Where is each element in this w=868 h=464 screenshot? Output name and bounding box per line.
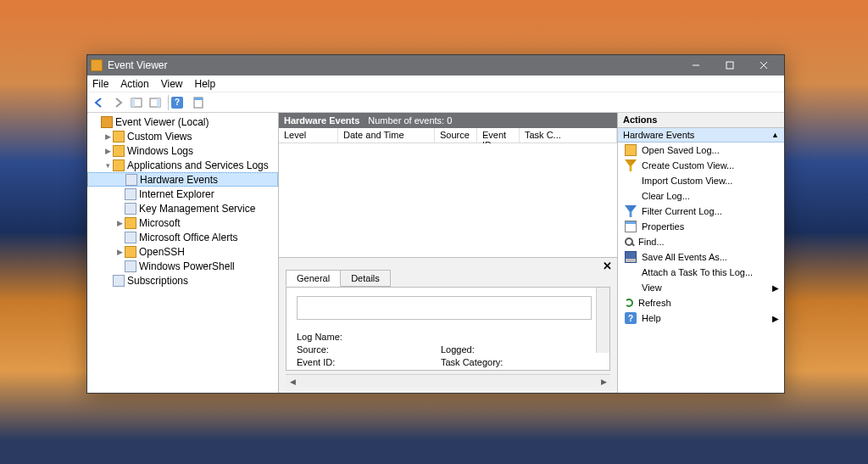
detail-close-button[interactable]: ✕	[603, 260, 612, 272]
tree-hardware-events[interactable]: Hardware Events	[87, 172, 278, 187]
app-icon	[91, 59, 103, 71]
toolbar-separator	[168, 95, 169, 110]
label-taskcat: Task Category:	[441, 357, 503, 367]
chevron-right-icon: ▶	[772, 283, 779, 293]
tree-apps-services-logs[interactable]: ▾Applications and Services Logs	[87, 158, 278, 172]
detail-vscroll[interactable]	[596, 288, 609, 353]
minimize-button[interactable]	[679, 55, 713, 75]
titlebar[interactable]: Event Viewer	[87, 55, 784, 75]
label-eventid: Event ID:	[297, 357, 441, 367]
svg-rect-9	[194, 98, 203, 100]
tree-openssh[interactable]: ▶OpenSSH	[87, 244, 278, 259]
action-help[interactable]: ?Help▶	[618, 310, 784, 326]
toolbar: ?	[87, 92, 784, 113]
detail-tabs: General Details	[286, 270, 617, 287]
label-logname: Log Name:	[297, 332, 441, 342]
menu-action[interactable]: Action	[120, 78, 148, 90]
blank-icon	[625, 282, 637, 293]
action-attach-task[interactable]: Attach a Task To this Log...	[618, 265, 784, 280]
hscroll-right[interactable]: ▶	[597, 375, 610, 388]
action-find[interactable]: Find...	[618, 234, 784, 249]
col-date[interactable]: Date and Time	[338, 128, 435, 143]
back-button[interactable]	[91, 94, 108, 111]
tree-key-management[interactable]: Key Management Service	[87, 201, 278, 215]
show-hide-actions-button[interactable]	[147, 94, 164, 111]
hscroll-left[interactable]: ◀	[286, 375, 299, 388]
tab-general[interactable]: General	[286, 270, 341, 287]
detail-body: Log Name: Source:Logged: Event ID:Task C…	[286, 287, 610, 371]
actions-pane: Actions Hardware Events ▲ Open Saved Log…	[618, 113, 784, 393]
detail-description-box[interactable]	[297, 296, 592, 320]
collapse-icon[interactable]: ▲	[771, 131, 779, 139]
action-filter-log[interactable]: Filter Current Log...	[618, 204, 784, 219]
save-icon	[625, 251, 637, 263]
tree-internet-explorer[interactable]: Internet Explorer	[87, 187, 278, 201]
detail-pane: ✕ General Details Log Name: Source:Logge…	[279, 257, 617, 393]
col-eventid[interactable]: Event ID	[477, 128, 520, 143]
funnel-yellow-icon	[625, 159, 637, 171]
menu-file[interactable]: File	[92, 78, 108, 90]
label-source: Source:	[297, 344, 441, 355]
detail-hscroll[interactable]: ◀ ▶	[286, 374, 610, 388]
toolbar-help-button[interactable]: ?	[171, 94, 188, 111]
folder-open-icon	[625, 144, 637, 156]
find-icon	[625, 238, 633, 246]
tree-microsoft[interactable]: ▶Microsoft	[87, 215, 278, 230]
blank-icon	[625, 266, 637, 278]
svg-rect-1	[726, 62, 733, 69]
window-title: Event Viewer	[108, 59, 679, 71]
console-tree[interactable]: Event Viewer (Local) ▶Custom Views ▶Wind…	[87, 113, 279, 393]
tree-windows-logs[interactable]: ▶Windows Logs	[87, 143, 278, 158]
label-logged: Logged:	[441, 344, 475, 355]
tree-custom-views[interactable]: ▶Custom Views	[87, 129, 278, 143]
action-import-custom-view[interactable]: Import Custom View...	[618, 173, 784, 188]
action-save-all[interactable]: Save All Events As...	[618, 249, 784, 265]
blank-icon	[625, 190, 637, 202]
event-list-header[interactable]: Level Date and Time Source Event ID Task…	[279, 128, 617, 143]
menu-help[interactable]: Help	[195, 78, 216, 90]
help-icon: ?	[625, 312, 637, 324]
action-open-saved-log[interactable]: Open Saved Log...	[618, 143, 784, 158]
close-button[interactable]	[747, 55, 781, 75]
chevron-right-icon: ▶	[772, 314, 779, 323]
tree-office-alerts[interactable]: Microsoft Office Alerts	[87, 230, 278, 244]
maximize-button[interactable]	[713, 55, 747, 75]
actions-group-header[interactable]: Hardware Events ▲	[618, 128, 784, 143]
action-properties[interactable]: Properties	[618, 219, 784, 234]
event-count: Number of events: 0	[368, 115, 452, 126]
show-hide-tree-button[interactable]	[128, 94, 145, 111]
tree-root[interactable]: Event Viewer (Local)	[87, 115, 278, 129]
col-source[interactable]: Source	[435, 128, 477, 143]
forward-button[interactable]	[109, 94, 126, 111]
properties-icon	[625, 221, 637, 232]
svg-rect-7	[157, 98, 160, 107]
action-clear-log[interactable]: Clear Log...	[618, 188, 784, 204]
center-pane: Hardware Events Number of events: 0 Leve…	[279, 113, 618, 393]
center-header: Hardware Events Number of events: 0	[279, 113, 617, 128]
action-create-custom-view[interactable]: Create Custom View...	[618, 158, 784, 173]
tab-details[interactable]: Details	[340, 270, 391, 287]
refresh-icon	[625, 299, 633, 307]
toolbar-properties-button[interactable]	[190, 94, 207, 111]
event-viewer-window: Event Viewer File Action View Help ? Eve…	[86, 54, 785, 394]
action-view-submenu[interactable]: View▶	[618, 280, 784, 295]
blank-icon	[625, 175, 637, 187]
svg-rect-5	[131, 98, 135, 107]
col-level[interactable]: Level	[279, 128, 338, 143]
col-taskc[interactable]: Task C...	[520, 128, 617, 143]
tree-subscriptions[interactable]: Subscriptions	[87, 273, 278, 288]
center-title: Hardware Events	[284, 115, 359, 126]
funnel-blue-icon	[625, 205, 637, 217]
actions-header: Actions	[618, 113, 784, 128]
hscroll-track[interactable]	[299, 375, 597, 388]
action-refresh[interactable]: Refresh	[618, 295, 784, 310]
menubar: File Action View Help	[87, 75, 784, 92]
tree-powershell[interactable]: Windows PowerShell	[87, 259, 278, 273]
event-list[interactable]	[279, 143, 617, 257]
menu-view[interactable]: View	[161, 78, 183, 90]
